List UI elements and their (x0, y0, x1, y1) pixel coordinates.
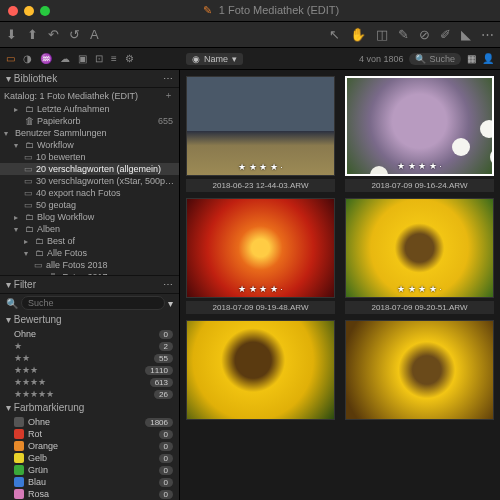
filter-search-input[interactable] (21, 296, 165, 310)
thumbnail-image-selected[interactable]: ★ ★ ★ ★ · (345, 76, 494, 176)
adjust-tab-icon[interactable]: ◑ (23, 53, 32, 64)
color-row[interactable]: Rosa0 (0, 488, 179, 500)
color-label: Ohne (28, 417, 50, 427)
tree-row[interactable]: ▭alle Fotos 2018 (0, 259, 179, 271)
color-row[interactable]: Orange0 (0, 440, 179, 452)
catalog-label: Katalog: 1 Foto Mediathek (EDIT) (4, 91, 138, 101)
thumbnail-image[interactable] (186, 320, 335, 420)
hand-tool-icon[interactable]: ✋ (350, 27, 366, 42)
tree-row-alben[interactable]: ▾🗀Alben (0, 223, 179, 235)
color-count: 1806 (145, 418, 173, 427)
user-icon[interactable]: 👤 (482, 53, 494, 64)
browser-bar: ◉ Name ▾ 4 von 1806 🔍 Suche ▦ 👤 (180, 48, 500, 69)
chevron-down-icon: ▾ (6, 314, 11, 325)
star-icon: ★★★★ (14, 377, 46, 387)
rating-count: 0 (159, 330, 173, 339)
tree-row[interactable]: 🗑Papierkorb655 (0, 115, 179, 127)
tree-row[interactable]: ▸🗀Letzte Aufnahmen (0, 103, 179, 115)
color-label: Grün (28, 465, 48, 475)
color-row[interactable]: Rot0 (0, 428, 179, 440)
filter-options-icon[interactable]: ⋯ (163, 279, 173, 290)
color-head[interactable]: ▾ Farbmarkierung (0, 400, 179, 416)
cursor-tool-icon[interactable]: ↖ (329, 27, 340, 42)
camera-tab-icon[interactable]: ☁ (60, 53, 70, 64)
tree-row[interactable]: ▾🗀Alle Fotos (0, 247, 179, 259)
thumbnail-image[interactable]: ★ ★ ★ ★ · (186, 76, 335, 176)
catalog-row[interactable]: Katalog: 1 Foto Mediathek (EDIT) ＋ (0, 88, 179, 103)
import-icon[interactable]: ⬇ (6, 27, 17, 42)
tree-row-workflow[interactable]: ▾🗀Workflow (0, 139, 179, 151)
thumbnail-cell[interactable] (345, 320, 494, 420)
allefotos-label: Alle Fotos (47, 248, 87, 258)
edit-indicator-icon: ✎ (203, 4, 212, 16)
more-tool-icon[interactable]: ⋯ (481, 27, 494, 42)
selection-counter: 4 von 1806 (359, 54, 404, 64)
library-options-icon[interactable]: ⋯ (163, 73, 173, 84)
color-row[interactable]: Blau0 (0, 476, 179, 488)
tree-row[interactable]: ▸🗀Best of (0, 235, 179, 247)
star-icon: ★★★★★ (14, 389, 54, 399)
trash-label: Papierkorb (37, 116, 81, 126)
thumbnail-image[interactable] (345, 320, 494, 420)
tree-row[interactable]: ▭10 bewerten (0, 151, 179, 163)
color-row[interactable]: Grün0 (0, 464, 179, 476)
filter-panel-head[interactable]: ▾ Filter ⋯ (0, 276, 179, 294)
thumbnail-image[interactable]: ★ ★ ★ ★ · (186, 198, 335, 298)
output-tab-icon[interactable]: ⊡ (95, 53, 103, 64)
tree-row[interactable]: ▸🗀Blog Workflow (0, 211, 179, 223)
library-panel-head[interactable]: ▾ Bibliothek ⋯ (0, 70, 179, 88)
color-swatch (14, 429, 24, 439)
info-tab-icon[interactable]: ▣ (78, 53, 87, 64)
quick-tab-icon[interactable]: ⚙ (125, 53, 134, 64)
levels-tab-icon[interactable]: ♒ (40, 53, 52, 64)
tree-row[interactable]: ▭40 export nach Fotos (0, 187, 179, 199)
rating-head[interactable]: ▾ Bewertung (0, 312, 179, 328)
sort-dropdown[interactable]: ◉ Name ▾ (186, 53, 243, 65)
color-row[interactable]: Ohne1806 (0, 416, 179, 428)
tree-row-selected[interactable]: ▭20 verschlagworten (allgemein) (0, 163, 179, 175)
thumbnail-cell[interactable]: ★ ★ ★ ★ · (345, 76, 494, 176)
text-tool-icon[interactable]: A (90, 27, 99, 42)
sort-label: Name (204, 54, 228, 64)
export-icon[interactable]: ⬆ (27, 27, 38, 42)
add-icon[interactable]: ＋ (164, 89, 175, 102)
rating-row-5[interactable]: ★★★★★26 (0, 388, 179, 400)
picker-tool-icon[interactable]: ✐ (440, 27, 451, 42)
rating-label: Ohne (14, 329, 36, 339)
gradient-tool-icon[interactable]: ◣ (461, 27, 471, 42)
chevron-down-icon[interactable]: ▾ (168, 298, 173, 309)
crop-tool-icon[interactable]: ◫ (376, 27, 388, 42)
rating-row-none[interactable]: Ohne0 (0, 328, 179, 340)
meta-tab-icon[interactable]: ≡ (111, 53, 117, 64)
color-count: 0 (159, 442, 173, 451)
star-icon: ★ (14, 341, 22, 351)
thumbnail-cell[interactable]: ★ ★ ★ ★ · (186, 76, 335, 176)
rating-row-1[interactable]: ★2 (0, 340, 179, 352)
tree-row[interactable]: ▭30 verschlagworten (xStar, 500px, Cop..… (0, 175, 179, 187)
collection-icon: ▭ (34, 260, 43, 270)
thumbnail-cell[interactable]: ★ ★ ★ ★ · (186, 198, 335, 298)
zoom-window-button[interactable] (40, 6, 50, 16)
sort-icon: ◉ (192, 54, 200, 64)
color-row[interactable]: Gelb0 (0, 452, 179, 464)
minimize-window-button[interactable] (24, 6, 34, 16)
browser-search[interactable]: 🔍 Suche (409, 53, 461, 65)
filename-bar: 2018-07-09 09-20-51.ARW (345, 301, 494, 314)
recent-label: Letzte Aufnahmen (37, 104, 110, 114)
rating-row-2[interactable]: ★★55 (0, 352, 179, 364)
thumbnail-image[interactable]: ★ ★ ★ ★ · (345, 198, 494, 298)
close-window-button[interactable] (8, 6, 18, 16)
brush-tool-icon[interactable]: ✎ (398, 27, 409, 42)
reset-icon[interactable]: ↺ (69, 27, 80, 42)
thumb-rating: ★ ★ ★ ★ · (187, 162, 334, 172)
view-toggle-icon[interactable]: ▦ (467, 53, 476, 64)
thumbnail-cell[interactable] (186, 320, 335, 420)
rating-row-4[interactable]: ★★★★613 (0, 376, 179, 388)
rating-row-3[interactable]: ★★★1110 (0, 364, 179, 376)
tree-row-usercoll[interactable]: ▾Benutzer Sammlungen (0, 127, 179, 139)
undo-icon[interactable]: ↶ (48, 27, 59, 42)
library-tab-icon[interactable]: ▭ (6, 53, 15, 64)
thumbnail-cell[interactable]: ★ ★ ★ ★ · (345, 198, 494, 298)
heal-tool-icon[interactable]: ⊘ (419, 27, 430, 42)
tree-row[interactable]: ▭50 geotag (0, 199, 179, 211)
